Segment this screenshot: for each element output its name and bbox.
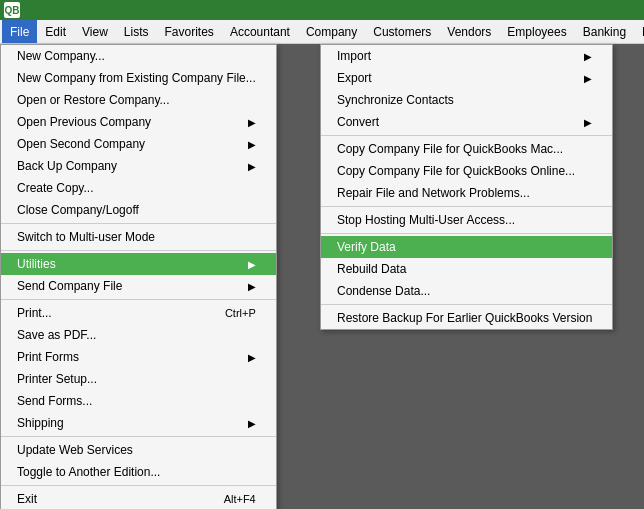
menu-bar: File Edit View Lists Favorites Accountan…	[0, 20, 644, 44]
menu-item-condense-data[interactable]: Condense Data...	[321, 280, 612, 302]
menu-item-print-forms[interactable]: Print Forms ▶	[1, 346, 276, 368]
title-bar: QB	[0, 0, 644, 20]
separator	[321, 206, 612, 207]
menu-lists[interactable]: Lists	[116, 20, 157, 43]
menu-rep[interactable]: Rep	[634, 20, 644, 43]
utilities-submenu-container: Import ▶ Export ▶ Synchronize Contacts C…	[320, 44, 613, 330]
separator	[321, 304, 612, 305]
menu-item-convert[interactable]: Convert ▶	[321, 111, 612, 133]
menu-item-update-web[interactable]: Update Web Services	[1, 439, 276, 461]
menu-employees[interactable]: Employees	[499, 20, 574, 43]
app-logo: QB	[4, 2, 20, 18]
menu-item-printer-setup[interactable]: Printer Setup...	[1, 368, 276, 390]
arrow-icon: ▶	[584, 117, 592, 128]
separator	[1, 299, 276, 300]
arrow-icon: ▶	[248, 139, 256, 150]
menu-item-export[interactable]: Export ▶	[321, 67, 612, 89]
menu-item-new-company-existing[interactable]: New Company from Existing Company File..…	[1, 67, 276, 89]
arrow-icon: ▶	[584, 73, 592, 84]
separator	[1, 250, 276, 251]
separator	[321, 233, 612, 234]
menu-item-print[interactable]: Print... Ctrl+P	[1, 302, 276, 324]
menu-item-verify-data[interactable]: Verify Data	[321, 236, 612, 258]
menu-edit[interactable]: Edit	[37, 20, 74, 43]
arrow-icon: ▶	[248, 161, 256, 172]
arrow-icon: ▶	[248, 259, 256, 270]
separator	[321, 135, 612, 136]
menu-file[interactable]: File	[2, 20, 37, 43]
separator	[1, 485, 276, 486]
arrow-icon: ▶	[248, 418, 256, 429]
menu-item-sync-contacts[interactable]: Synchronize Contacts	[321, 89, 612, 111]
menu-item-create-copy[interactable]: Create Copy...	[1, 177, 276, 199]
menu-view[interactable]: View	[74, 20, 116, 43]
menu-item-rebuild-data[interactable]: Rebuild Data	[321, 258, 612, 280]
menu-item-copy-mac[interactable]: Copy Company File for QuickBooks Mac...	[321, 138, 612, 160]
menu-company[interactable]: Company	[298, 20, 365, 43]
menu-accountant[interactable]: Accountant	[222, 20, 298, 43]
arrow-icon: ▶	[248, 281, 256, 292]
menu-item-stop-hosting[interactable]: Stop Hosting Multi-User Access...	[321, 209, 612, 231]
menu-item-open-previous[interactable]: Open Previous Company ▶	[1, 111, 276, 133]
menu-item-utilities[interactable]: Utilities ▶	[1, 253, 276, 275]
menu-item-switch-multiuser[interactable]: Switch to Multi-user Mode	[1, 226, 276, 248]
menu-item-copy-online[interactable]: Copy Company File for QuickBooks Online.…	[321, 160, 612, 182]
menu-item-shipping[interactable]: Shipping ▶	[1, 412, 276, 434]
separator	[1, 223, 276, 224]
menu-item-save-pdf[interactable]: Save as PDF...	[1, 324, 276, 346]
menu-item-new-company[interactable]: New Company...	[1, 45, 276, 67]
menu-item-restore-backup[interactable]: Restore Backup For Earlier QuickBooks Ve…	[321, 307, 612, 329]
menu-item-exit[interactable]: Exit Alt+F4	[1, 488, 276, 509]
menu-item-import[interactable]: Import ▶	[321, 45, 612, 67]
menu-favorites[interactable]: Favorites	[157, 20, 222, 43]
utilities-submenu: Import ▶ Export ▶ Synchronize Contacts C…	[320, 44, 613, 330]
menu-item-backup[interactable]: Back Up Company ▶	[1, 155, 276, 177]
menu-item-close-company[interactable]: Close Company/Logoff	[1, 199, 276, 221]
menu-vendors[interactable]: Vendors	[439, 20, 499, 43]
menu-item-toggle-edition[interactable]: Toggle to Another Edition...	[1, 461, 276, 483]
arrow-icon: ▶	[584, 51, 592, 62]
separator	[1, 436, 276, 437]
file-menu: New Company... New Company from Existing…	[0, 44, 277, 509]
file-dropdown: New Company... New Company from Existing…	[0, 44, 277, 509]
shortcut-label: Alt+F4	[224, 493, 256, 505]
menu-customers[interactable]: Customers	[365, 20, 439, 43]
menu-item-send-company[interactable]: Send Company File ▶	[1, 275, 276, 297]
arrow-icon: ▶	[248, 352, 256, 363]
menu-item-send-forms[interactable]: Send Forms...	[1, 390, 276, 412]
shortcut-label: Ctrl+P	[225, 307, 256, 319]
arrow-icon: ▶	[248, 117, 256, 128]
menu-item-open-restore[interactable]: Open or Restore Company...	[1, 89, 276, 111]
menu-item-open-second[interactable]: Open Second Company ▶	[1, 133, 276, 155]
menu-item-repair-network[interactable]: Repair File and Network Problems...	[321, 182, 612, 204]
menu-banking[interactable]: Banking	[575, 20, 634, 43]
